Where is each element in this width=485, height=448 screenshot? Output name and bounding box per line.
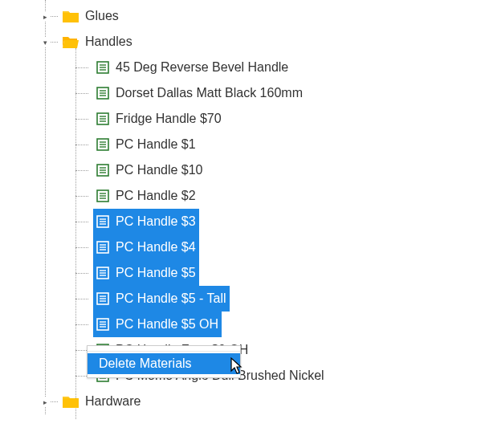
material-item-icon: [96, 189, 109, 202]
tree-item-row[interactable]: PC Handle $4: [0, 234, 485, 260]
tree-item-row[interactable]: PC Handle $5 OH: [0, 312, 485, 337]
tree-item-label: PC Handle $1: [116, 137, 196, 152]
folder-icon: [63, 395, 79, 408]
tree-item-row[interactable]: PC Handle $5 - Tall: [0, 286, 485, 312]
tree-item-row[interactable]: PC Momo Angle Dull Brushed Nickel: [0, 363, 485, 389]
material-item-icon: [96, 215, 109, 228]
tree-item-label: PC Handle $3: [116, 214, 196, 229]
tree-item-row[interactable]: 45 Deg Reverse Bevel Handle: [0, 55, 485, 80]
tree-item-label: PC Handle $4: [116, 240, 196, 255]
tree-item-label: PC Handle $2: [116, 189, 196, 203]
tree-item-row[interactable]: PC Handle $10: [0, 157, 485, 183]
material-item-icon: [96, 292, 109, 305]
folder-label: Handles: [85, 35, 132, 49]
menu-separator: [88, 351, 240, 352]
folder-icon: [63, 10, 79, 22]
tree-item-row[interactable]: PC Handle Free $0 OH: [0, 337, 485, 363]
tree-folder-row[interactable]: ▾ Handles: [0, 29, 485, 55]
expand-toggle[interactable]: ▸: [41, 397, 50, 406]
material-item-icon: [96, 112, 109, 125]
tree-item-label: PC Handle $10: [116, 163, 203, 177]
tree-item-label: Fridge Handle $70: [116, 112, 222, 126]
tree-folder-row[interactable]: ▸ Glues: [0, 3, 485, 29]
menu-item-delete-materials[interactable]: Delete Materials: [88, 353, 240, 374]
expand-toggle[interactable]: ▸: [41, 12, 50, 21]
tree-folder-row[interactable]: ▸ Hardware: [0, 389, 485, 414]
collapse-toggle[interactable]: ▾: [41, 38, 50, 47]
menu-item-label: Delete Materials: [99, 356, 192, 370]
folder-label: Glues: [85, 9, 119, 23]
material-item-icon: [96, 87, 109, 100]
folder-label: Hardware: [85, 394, 141, 409]
tree-item-row[interactable]: PC Handle $1: [0, 132, 485, 157]
material-item-icon: [96, 318, 109, 331]
tree-item-label: PC Handle $5 - Tall: [116, 291, 226, 306]
material-tree[interactable]: ▸ Glues ▾ Handles 45 Deg Reverse Bevel H…: [0, 0, 485, 414]
material-item-icon: [96, 241, 109, 254]
material-item-icon: [96, 164, 109, 177]
tree-item-row[interactable]: Dorset Dallas Matt Black 160mm: [0, 80, 485, 106]
tree-item-label: PC Handle $5 OH: [116, 317, 218, 332]
tree-item-label: 45 Deg Reverse Bevel Handle: [116, 60, 288, 75]
material-item-icon: [96, 267, 109, 279]
folder-open-icon: [63, 35, 79, 48]
tree-item-row[interactable]: PC Handle $5: [0, 260, 485, 286]
tree-item-row[interactable]: PC Handle $2: [0, 183, 485, 209]
tree-item-row[interactable]: Fridge Handle $70: [0, 106, 485, 132]
material-item-icon: [96, 61, 109, 74]
tree-item-label: Dorset Dallas Matt Black 160mm: [116, 86, 303, 100]
context-menu[interactable]: Delete Materials: [87, 345, 241, 378]
tree-item-row[interactable]: PC Handle $3: [0, 209, 485, 234]
material-item-icon: [96, 138, 109, 151]
tree-item-label: PC Handle $5: [116, 266, 196, 280]
